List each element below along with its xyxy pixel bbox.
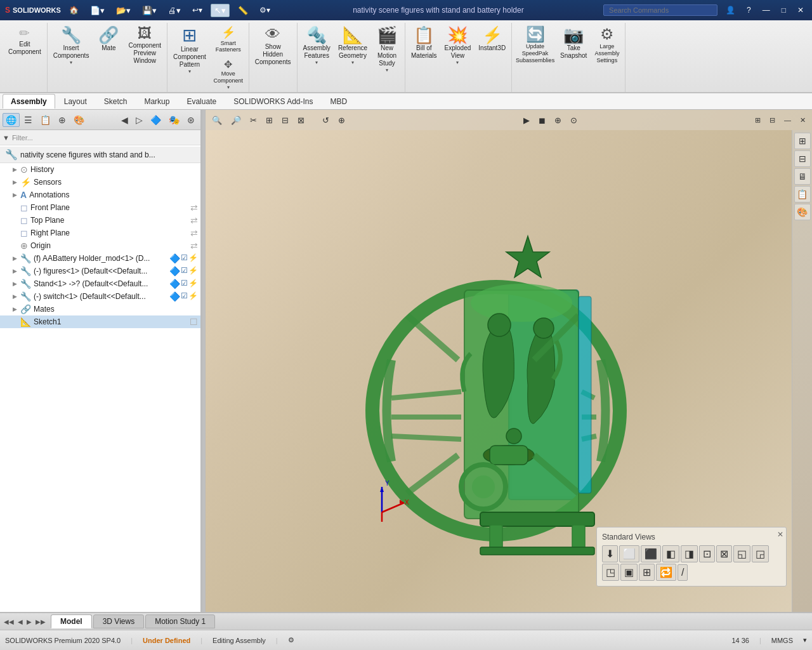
tab-scroll-right[interactable]: ▶▶: [34, 617, 47, 627]
reference-geometry-button[interactable]: 📐 ReferenceGeometry ▾: [335, 24, 370, 69]
large-assembly-settings-button[interactable]: ⚙ LargeAssemblySettings: [591, 24, 622, 66]
measure-tool[interactable]: 📏: [235, 4, 251, 17]
close-viewport-button[interactable]: ✕: [796, 114, 809, 126]
move-component-button[interactable]: ✥ MoveComponent ▾: [211, 56, 246, 92]
view-box-button[interactable]: ⊞: [262, 114, 277, 127]
display-pane-button[interactable]: 🖥: [794, 168, 811, 185]
heads-up-view-button[interactable]: ⊟: [794, 150, 811, 167]
feature-tree-button[interactable]: 🌐: [3, 113, 20, 127]
standard-view-single[interactable]: ▣: [620, 564, 638, 581]
tab-scroll-prev[interactable]: ◀: [16, 617, 24, 627]
standard-view-perspective[interactable]: /: [678, 564, 688, 581]
tree-item-figures[interactable]: ▶ 🔧 (-) figures<1> (Default<<Default... …: [0, 265, 200, 277]
tree-item-annotations[interactable]: ▶ A Annotations: [0, 189, 200, 201]
filter-button[interactable]: ▷: [133, 113, 146, 127]
view-cube-button[interactable]: ⊞: [794, 133, 811, 149]
tree-item-front-plane[interactable]: ◻ Front Plane ⇄: [0, 201, 200, 214]
pan-button[interactable]: ⊕: [334, 114, 349, 127]
section-view-button[interactable]: ✂: [246, 114, 261, 127]
open-button[interactable]: 📂▾: [113, 4, 134, 17]
undo-button[interactable]: ↩▾: [189, 4, 206, 16]
view3d-button[interactable]: 🔷: [147, 113, 164, 127]
tree-item-sensors[interactable]: ▶ ⚡ Sensors: [0, 176, 200, 189]
standard-view-dimetric[interactable]: ◲: [752, 545, 769, 562]
zoom-in-button[interactable]: 🔎: [227, 114, 245, 127]
print-button[interactable]: 🖨▾: [165, 4, 184, 17]
home-button[interactable]: 🏠: [66, 4, 82, 16]
standard-view-rotate[interactable]: 🔁: [656, 564, 676, 581]
insert-components-button[interactable]: 🔧 InsertComponents ▾: [50, 24, 93, 69]
tab-layout[interactable]: Layout: [56, 94, 95, 109]
edit-component-button[interactable]: ✏ EditComponent: [5, 24, 44, 58]
close-button[interactable]: ✕: [794, 4, 807, 16]
exploded-view-button[interactable]: 💥 ExplodedView ▾: [442, 24, 475, 69]
bottom-tab-motionstudy1[interactable]: Motion Study 1: [145, 614, 215, 628]
tab-scroll-next[interactable]: ▶: [25, 617, 33, 627]
view-settings-button[interactable]: ⊠: [294, 114, 308, 127]
property-manager-button[interactable]: ☰: [21, 113, 36, 127]
linear-component-pattern-button[interactable]: ⊞ LinearComponentPattern ▾: [170, 24, 209, 77]
tree-item-top-plane[interactable]: ◻ Top Plane ⇄: [0, 214, 200, 227]
tree-item-battery-holder[interactable]: ▶ 🔧 (f) AABattery Holder_mod<1> (D... 🔷 …: [0, 252, 200, 265]
search-button[interactable]: ⊛: [184, 113, 198, 127]
units-dropdown[interactable]: ▾: [803, 636, 807, 644]
play-button[interactable]: ▶: [520, 114, 534, 127]
assembly-features-button[interactable]: 🔩 AssemblyFeatures ▾: [300, 24, 334, 69]
standard-view-four[interactable]: ⊞: [639, 564, 655, 581]
standard-view-trimetric[interactable]: ◳: [602, 564, 619, 581]
standard-view-normal-to[interactable]: ⬇: [602, 545, 618, 562]
tab-solidworks-addins[interactable]: SOLIDWORKS Add-Ins: [225, 94, 321, 109]
standard-view-bottom[interactable]: ⊠: [716, 545, 732, 562]
smart-fasteners-button[interactable]: ⚡ SmartFasteners: [211, 24, 246, 55]
tree-root-title[interactable]: 🔧 nativity scene figures with stand and …: [0, 147, 200, 163]
update-speedpak-button[interactable]: 🔄 UpdateSpeedPakSubassemblies: [514, 24, 556, 66]
tree-item-mates[interactable]: ▶ 🔗 Mates: [0, 303, 200, 315]
mate-button[interactable]: 🔗 Mate: [93, 24, 124, 55]
configuration-button[interactable]: 📋: [37, 113, 54, 127]
standard-view-right[interactable]: ◨: [681, 545, 698, 562]
save-button[interactable]: 💾▾: [139, 4, 160, 17]
tab-markup[interactable]: Markup: [136, 94, 178, 109]
cursor-tool[interactable]: ↖▾: [211, 4, 230, 17]
tree-item-sketch1[interactable]: 📐 Sketch1 ☐: [0, 315, 200, 328]
component-preview-button[interactable]: 🖼 ComponentPreviewWindow: [125, 24, 164, 67]
tree-item-history[interactable]: ▶ ⊙ History: [0, 163, 200, 176]
display-mode-button[interactable]: ⊕: [551, 114, 565, 127]
dme-button[interactable]: ⊕: [55, 113, 69, 127]
display-button[interactable]: 🎭: [166, 113, 183, 127]
appearance-button[interactable]: 🎨: [70, 113, 88, 127]
show-hidden-components-button[interactable]: 👁 ShowHiddenComponents: [252, 24, 294, 69]
search-input[interactable]: [603, 4, 717, 16]
minimize-button[interactable]: —: [759, 4, 773, 16]
new-button[interactable]: 📄▾: [87, 4, 108, 17]
tasks-pane-button[interactable]: 📋: [794, 186, 811, 202]
bottom-tab-3dviews[interactable]: 3D Views: [93, 614, 144, 628]
restore-viewport-button[interactable]: ⊟: [766, 114, 779, 126]
maximize-viewport-button[interactable]: ⊞: [751, 114, 764, 126]
stop-button[interactable]: ◼: [535, 114, 549, 127]
view-orientation-button[interactable]: ⊙: [566, 114, 581, 127]
tab-sketch[interactable]: Sketch: [96, 94, 136, 109]
standard-view-back[interactable]: ⬛: [641, 545, 661, 562]
help-button[interactable]: ?: [743, 4, 754, 16]
bottom-tab-model[interactable]: Model: [51, 614, 92, 628]
rotate-button[interactable]: ↺: [318, 114, 333, 127]
zoom-to-fit-button[interactable]: 🔍: [208, 114, 226, 127]
standard-view-front[interactable]: ⬜: [619, 545, 639, 562]
new-motion-study-button[interactable]: 🎬 NewMotionStudy ▾: [372, 24, 402, 76]
tree-item-right-plane[interactable]: ◻ Right Plane ⇄: [0, 227, 200, 239]
standard-view-isometric[interactable]: ◱: [733, 545, 750, 562]
tab-evaluate[interactable]: Evaluate: [178, 94, 225, 109]
tree-item-switch[interactable]: ▶ 🔧 (-) switch<1> (Default<<Default... 🔷…: [0, 290, 200, 303]
instant3d-button[interactable]: ⚡ Instant3D: [475, 24, 509, 55]
tree-item-stand[interactable]: ▶ 🔧 Stand<1> ->? (Default<<Default... 🔷 …: [0, 277, 200, 290]
maximize-button[interactable]: □: [778, 4, 789, 16]
normal-viewport-button[interactable]: —: [780, 114, 795, 126]
user-button[interactable]: 👤: [723, 4, 738, 16]
tab-mbd[interactable]: MBD: [322, 94, 356, 109]
standard-view-top[interactable]: ⊡: [699, 545, 715, 562]
standard-view-left[interactable]: ◧: [662, 545, 679, 562]
tab-scroll-left[interactable]: ◀◀: [3, 617, 15, 627]
bill-of-materials-button[interactable]: 📋 Bill ofMaterials: [408, 24, 440, 62]
standard-views-close-button[interactable]: ✕: [777, 530, 783, 539]
